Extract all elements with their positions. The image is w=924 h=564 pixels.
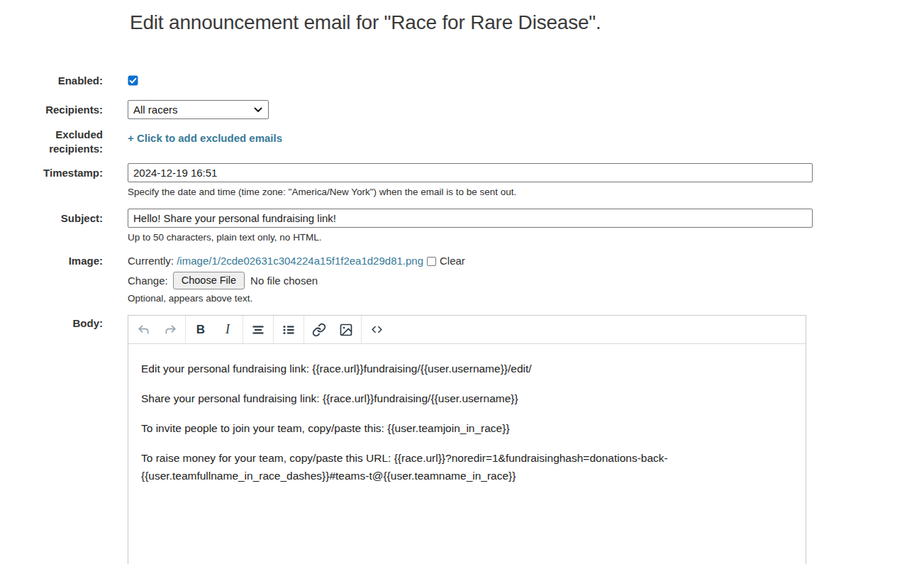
redo-icon — [164, 323, 177, 336]
timestamp-row: Timestamp: Specify the date and time (ti… — [0, 163, 924, 198]
code-icon — [370, 323, 384, 336]
add-excluded-emails-link[interactable]: + Click to add excluded emails — [128, 128, 282, 144]
choose-file-button[interactable]: Choose File — [173, 272, 245, 289]
enabled-checkbox[interactable] — [128, 75, 138, 86]
body-label: Body: — [0, 315, 103, 331]
recipients-select[interactable]: All racers — [128, 100, 269, 119]
subject-row: Subject: Up to 50 characters, plain text… — [0, 209, 924, 243]
toolbar-group-list — [274, 316, 304, 343]
image-currently-label: Currently: — [128, 254, 174, 268]
image-clear-label: Clear — [440, 254, 465, 268]
undo-icon — [137, 323, 150, 336]
excluded-recipients-label: Excluded recipients: — [0, 128, 103, 156]
bullet-list-button[interactable] — [275, 316, 302, 343]
image-icon — [339, 323, 353, 337]
toolbar-group-code — [362, 316, 391, 343]
image-current-file-link[interactable]: /image/1/2cde02631c304224a15f1f2ea1d29d8… — [177, 254, 423, 268]
subject-help-text: Up to 50 characters, plain text only, no… — [128, 232, 924, 243]
timestamp-label: Timestamp: — [0, 163, 103, 180]
enabled-row: Enabled: — [0, 74, 924, 89]
body-paragraph: Edit your personal fundraising link: {{r… — [141, 360, 793, 377]
recipients-row: Recipients: All racers — [0, 100, 924, 119]
redo-button[interactable] — [157, 316, 184, 343]
body-paragraph: To invite people to join your team, copy… — [141, 419, 793, 437]
subject-label: Subject: — [0, 209, 103, 226]
body-rich-text-editor: B I — [128, 315, 806, 564]
image-clear-checkbox[interactable] — [427, 257, 436, 266]
file-status-text: No file chosen — [250, 274, 318, 288]
toolbar-group-history — [128, 316, 186, 343]
bold-button[interactable]: B — [187, 316, 214, 343]
insert-link-button[interactable] — [306, 316, 333, 343]
recipients-label: Recipients: — [0, 100, 103, 117]
italic-button[interactable]: I — [214, 316, 241, 343]
image-row: Image: Currently: /image/1/2cde02631c304… — [0, 254, 924, 304]
excluded-recipients-row: Excluded recipients: + Click to add excl… — [0, 128, 924, 156]
bullet-list-icon — [282, 323, 296, 337]
subject-input[interactable] — [128, 209, 813, 228]
image-change-label: Change: — [128, 274, 168, 288]
link-icon — [312, 323, 326, 337]
image-label: Image: — [0, 254, 103, 268]
toolbar-group-align — [243, 316, 274, 343]
editor-toolbar: B I — [128, 316, 806, 344]
body-paragraph: To raise money for your team, copy/paste… — [141, 449, 793, 485]
body-row: Body: — [0, 315, 924, 564]
body-paragraph: Share your personal fundraising link: {{… — [141, 389, 793, 407]
body-editor-content[interactable]: Edit your personal fundraising link: {{r… — [128, 344, 806, 564]
recipients-selected-value: All racers — [133, 104, 178, 116]
toolbar-group-format: B I — [186, 316, 243, 343]
align-center-button[interactable] — [245, 316, 272, 343]
image-help-text: Optional, appears above text. — [128, 293, 924, 304]
timestamp-input[interactable] — [128, 163, 813, 182]
undo-button[interactable] — [130, 316, 157, 343]
page-title: Edit announcement email for "Race for Ra… — [130, 11, 924, 34]
enabled-label: Enabled: — [0, 74, 103, 88]
align-center-icon — [251, 323, 265, 337]
code-view-button[interactable] — [363, 316, 390, 343]
checkbox-checked-icon — [128, 75, 138, 86]
insert-image-button[interactable] — [333, 316, 360, 343]
chevron-down-icon — [254, 107, 262, 113]
toolbar-group-insert — [304, 316, 362, 343]
timestamp-help-text: Specify the date and time (time zone: "A… — [128, 187, 924, 198]
announcement-email-form: Enabled: Recipients: All racers Excluded… — [0, 74, 924, 564]
